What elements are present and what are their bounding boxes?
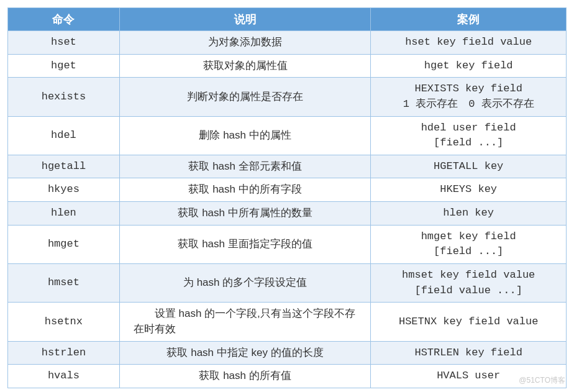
cell-command: hgetall bbox=[8, 155, 120, 178]
table-row: hkyes获取 hash 中的所有字段HKEYS key bbox=[8, 178, 567, 202]
hash-commands-table: 命令 说明 案例 hset为对象添加数据hset key field value… bbox=[7, 7, 567, 388]
cell-description: 删除 hash 中的属性 bbox=[119, 116, 371, 155]
table-row: hexists判断对象的属性是否存在HEXISTS key field1 表示存… bbox=[8, 78, 567, 116]
cell-description: 为对象添加数据 bbox=[119, 31, 371, 55]
cell-example: hget key field bbox=[371, 54, 567, 78]
table-row: hvals获取 hash 的所有值HVALS user bbox=[8, 365, 567, 388]
cell-description: 判断对象的属性是否存在 bbox=[119, 78, 371, 116]
cell-description: 获取 hash 中所有属性的数量 bbox=[119, 202, 371, 226]
cell-description: 获取 hash 中指定 key 的值的长度 bbox=[119, 341, 371, 365]
cell-command: hsetnx bbox=[8, 303, 120, 341]
cell-example: HSETNX key field value bbox=[371, 303, 567, 341]
cell-command: hlen bbox=[8, 202, 120, 226]
cell-command: hmset bbox=[8, 264, 120, 303]
cell-description: 获取 hash 里面指定字段的值 bbox=[119, 225, 371, 263]
table-header-row: 命令 说明 案例 bbox=[8, 8, 567, 31]
table-body: hset为对象添加数据hset key field valuehget获取对象的… bbox=[8, 31, 567, 388]
table-row: hset为对象添加数据hset key field value bbox=[8, 31, 567, 55]
table-row: hmget获取 hash 里面指定字段的值hmget key field[fie… bbox=[8, 225, 567, 263]
table-row: hget获取对象的属性值hget key field bbox=[8, 54, 567, 78]
cell-example: hset key field value bbox=[371, 31, 567, 55]
cell-example: hlen key bbox=[371, 202, 567, 226]
cell-command: hvals bbox=[8, 365, 120, 388]
cell-command: hexists bbox=[8, 78, 120, 116]
cell-example: HVALS user bbox=[371, 365, 567, 388]
cell-example: hdel user field[field ...] bbox=[371, 116, 567, 155]
cell-command: hstrlen bbox=[8, 341, 120, 365]
cell-example: HGETALL key bbox=[371, 155, 567, 178]
cell-command: hdel bbox=[8, 116, 120, 155]
cell-example: hmget key field[field ...] bbox=[371, 225, 567, 263]
cell-command: hkyes bbox=[8, 178, 120, 202]
cell-example: HKEYS key bbox=[371, 178, 567, 202]
table-row: hgetall获取 hash 全部元素和值HGETALL key bbox=[8, 155, 567, 178]
cell-example: HSTRLEN key field bbox=[371, 341, 567, 365]
cell-description: 为 hash 的多个字段设定值 bbox=[119, 264, 371, 303]
table-row: hstrlen获取 hash 中指定 key 的值的长度HSTRLEN key … bbox=[8, 341, 567, 365]
cell-description: 获取 hash 中的所有字段 bbox=[119, 178, 371, 202]
cell-command: hset bbox=[8, 31, 120, 55]
cell-description: 获取 hash 全部元素和值 bbox=[119, 155, 371, 178]
cell-command: hget bbox=[8, 54, 120, 78]
header-example: 案例 bbox=[371, 8, 567, 31]
header-command: 命令 bbox=[8, 8, 120, 31]
table-row: hmset为 hash 的多个字段设定值hmset key field valu… bbox=[8, 264, 567, 303]
table-row: hdel删除 hash 中的属性hdel user field[field ..… bbox=[8, 116, 567, 155]
cell-command: hmget bbox=[8, 225, 120, 263]
cell-example: HEXISTS key field1 表示存在 0 表示不存在 bbox=[371, 78, 567, 116]
cell-description: 获取对象的属性值 bbox=[119, 54, 371, 78]
cell-description: 设置 hash 的一个字段,只有当这个字段不存在时有效 bbox=[119, 303, 371, 341]
table-row: hsetnx 设置 hash 的一个字段,只有当这个字段不存在时有效HSETNX… bbox=[8, 303, 567, 341]
cell-example: hmset key field value[field value ...] bbox=[371, 264, 567, 303]
cell-description: 获取 hash 的所有值 bbox=[119, 365, 371, 388]
table-row: hlen获取 hash 中所有属性的数量hlen key bbox=[8, 202, 567, 226]
header-description: 说明 bbox=[119, 8, 371, 31]
